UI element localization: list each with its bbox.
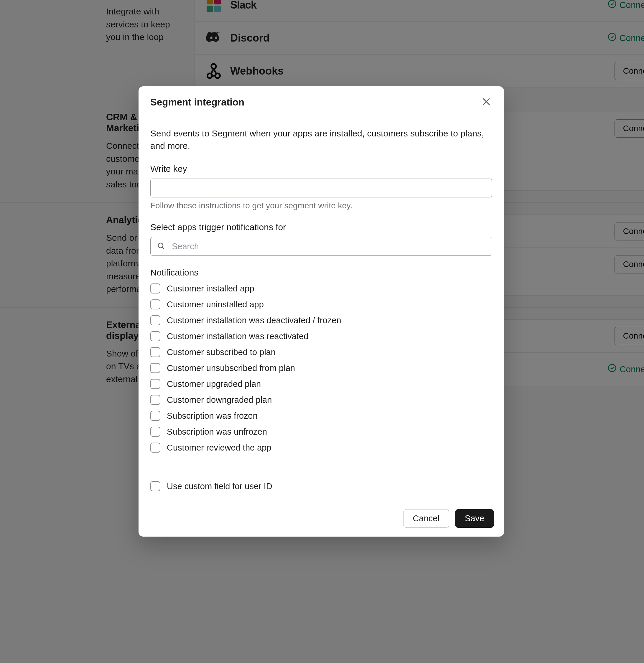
- notification-option[interactable]: Customer installation was deactivated / …: [150, 315, 492, 325]
- checkbox-label: Customer uninstalled app: [167, 300, 264, 310]
- modal-description: Send events to Segment when your apps ar…: [150, 127, 492, 152]
- close-icon: [481, 97, 491, 108]
- checkbox[interactable]: [150, 283, 160, 294]
- checkbox-label: Customer reviewed the app: [167, 443, 271, 453]
- search-icon: [157, 242, 165, 251]
- checkbox-label: Customer installation was reactivated: [167, 332, 308, 341]
- app-search-input[interactable]: [150, 237, 492, 256]
- notification-option[interactable]: Customer reviewed the app: [150, 442, 492, 453]
- notification-option[interactable]: Customer subscribed to plan: [150, 347, 492, 357]
- svg-point-6: [158, 243, 163, 248]
- checkbox-label: Use custom field for user ID: [167, 481, 272, 491]
- write-key-help: Follow these instructions to get your se…: [150, 201, 492, 210]
- checkbox[interactable]: [150, 442, 160, 453]
- checkbox-label: Subscription was frozen: [167, 411, 258, 421]
- notifications-heading: Notifications: [150, 268, 492, 278]
- checkbox[interactable]: [150, 299, 160, 310]
- checkbox-label: Customer subscribed to plan: [167, 347, 275, 357]
- checkbox-label: Customer installation was deactivated / …: [167, 316, 341, 325]
- notification-option[interactable]: Customer downgraded plan: [150, 395, 492, 405]
- select-apps-label: Select apps trigger notifications for: [150, 222, 492, 232]
- checkbox-label: Customer installed app: [167, 284, 254, 294]
- save-button[interactable]: Save: [455, 509, 494, 528]
- checkbox-label: Customer upgraded plan: [167, 379, 261, 389]
- checkbox[interactable]: [150, 427, 160, 437]
- notification-option[interactable]: Subscription was unfrozen: [150, 427, 492, 437]
- checkbox-label: Subscription was unfrozen: [167, 427, 267, 437]
- notifications-checkbox-list: Customer installed app Customer uninstal…: [150, 283, 492, 453]
- write-key-label: Write key: [150, 164, 492, 174]
- checkbox[interactable]: [150, 481, 160, 491]
- checkbox[interactable]: [150, 315, 160, 325]
- notification-option[interactable]: Customer installation was reactivated: [150, 331, 492, 341]
- checkbox[interactable]: [150, 395, 160, 405]
- checkbox[interactable]: [150, 331, 160, 341]
- notification-option[interactable]: Customer uninstalled app: [150, 299, 492, 310]
- checkbox[interactable]: [150, 411, 160, 421]
- notification-option[interactable]: Customer installed app: [150, 283, 492, 294]
- checkbox[interactable]: [150, 363, 160, 373]
- checkbox-label: Customer downgraded plan: [167, 395, 272, 405]
- segment-integration-modal: Segment integration Send events to Segme…: [138, 86, 504, 536]
- close-button[interactable]: [481, 96, 492, 108]
- notification-option[interactable]: Subscription was frozen: [150, 411, 492, 421]
- checkbox-label: Customer unsubscribed from plan: [167, 363, 295, 373]
- custom-field-option[interactable]: Use custom field for user ID: [150, 481, 492, 491]
- checkbox[interactable]: [150, 379, 160, 389]
- notification-option[interactable]: Customer unsubscribed from plan: [150, 363, 492, 373]
- notification-option[interactable]: Customer upgraded plan: [150, 379, 492, 389]
- modal-title: Segment integration: [150, 97, 244, 108]
- checkbox[interactable]: [150, 347, 160, 357]
- cancel-button[interactable]: Cancel: [403, 509, 449, 528]
- write-key-input[interactable]: [150, 179, 492, 198]
